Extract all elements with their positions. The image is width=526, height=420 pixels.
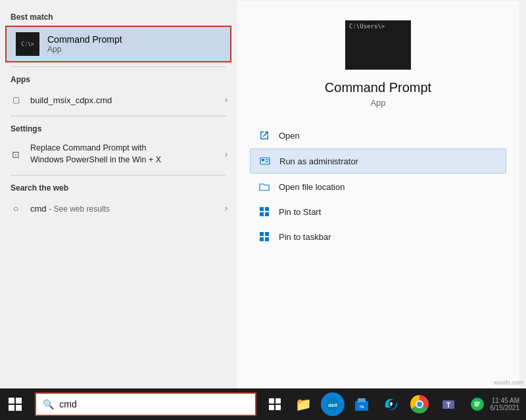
spotify-button[interactable]: [464, 391, 490, 417]
action-pin-to-start[interactable]: Pin to Start: [250, 200, 506, 223]
store-button[interactable]: 🛍: [348, 391, 375, 417]
taskbar-search[interactable]: 🔍 cmd: [35, 392, 256, 416]
search-web-label: Search the web: [0, 178, 237, 195]
action-open-label: Open: [279, 131, 300, 141]
watermark: wsxdn.com: [494, 379, 523, 386]
chrome-button[interactable]: [406, 391, 433, 417]
chevron-icon-2: ›: [225, 150, 227, 159]
svg-rect-5: [265, 207, 269, 211]
app-item-build-msix-label: build_msix_cdpx.cmd: [30, 95, 225, 105]
chevron-icon-1: ›: [225, 95, 227, 105]
task-view-button[interactable]: [262, 391, 288, 417]
best-match-item[interactable]: Command Prompt App: [5, 26, 231, 62]
folder-icon: 📁: [295, 396, 312, 412]
dell-button[interactable]: dell: [320, 391, 346, 417]
svg-text:dell: dell: [328, 402, 337, 408]
file-explorer-button[interactable]: 📁: [291, 391, 317, 417]
svg-text:T: T: [446, 402, 450, 409]
edge-button[interactable]: [377, 391, 404, 417]
app-item-build-msix[interactable]: build_msix_cdpx.cmd ›: [0, 87, 237, 113]
divider-1: [11, 66, 226, 67]
right-panel: Command Prompt App Open: [237, 1, 519, 388]
svg-rect-7: [265, 212, 269, 216]
windows-logo-icon: [9, 398, 22, 411]
svg-rect-8: [260, 232, 264, 236]
cmd-app-icon: [16, 32, 39, 56]
taskbar: 🔍 cmd 📁 dell: [0, 388, 526, 420]
clock: 11:45 AM 6/15/2021: [490, 397, 524, 411]
taskbar-right: 11:45 AM 6/15/2021: [490, 397, 527, 411]
search-web-item-label: cmd - See web results: [30, 204, 225, 214]
cmd-preview-icon: [345, 20, 411, 70]
teams-button[interactable]: T: [435, 391, 462, 417]
best-match-app-type: App: [47, 45, 122, 54]
svg-rect-13: [275, 398, 281, 404]
action-open-file-location-label: Open file location: [279, 182, 345, 192]
settings-item-label: Replace Command Prompt withWindows Power…: [30, 143, 225, 166]
svg-rect-9: [265, 232, 269, 236]
svg-rect-12: [269, 398, 274, 404]
search-query-text: cmd: [59, 399, 76, 409]
svg-rect-15: [275, 405, 281, 410]
dell-icon: dell: [321, 392, 345, 416]
action-pin-to-start-label: Pin to Start: [279, 207, 321, 217]
pin-taskbar-icon: [258, 230, 271, 243]
divider-3: [11, 175, 226, 175]
open-icon: [258, 129, 271, 142]
file-location-icon: [258, 180, 271, 193]
svg-rect-11: [265, 237, 269, 241]
laptop-icon: [9, 148, 22, 161]
taskbar-icons: 📁 dell 🛍: [262, 391, 490, 417]
action-open[interactable]: Open: [250, 124, 506, 147]
search-web-icon: [9, 202, 22, 215]
search-web-suffix: - See web results: [49, 204, 110, 214]
action-run-as-admin[interactable]: Run as administrator: [250, 149, 506, 174]
svg-rect-1: [262, 159, 264, 161]
cmd-file-icon: [9, 93, 22, 106]
search-icon: 🔍: [43, 399, 54, 409]
chrome-inner: [416, 400, 423, 408]
best-match-app-name: Command Prompt: [47, 34, 122, 45]
svg-rect-19: [358, 398, 366, 402]
action-run-as-admin-label: Run as administrator: [279, 156, 358, 166]
apps-label: Apps: [0, 70, 237, 87]
action-list: Open Run as administrator: [250, 124, 506, 248]
svg-text:🛍: 🛍: [359, 404, 364, 409]
right-panel-app-subtitle: App: [370, 98, 385, 108]
action-pin-to-taskbar[interactable]: Pin to taskbar: [250, 225, 506, 248]
action-pin-to-taskbar-label: Pin to taskbar: [279, 232, 331, 242]
pin-start-icon: [258, 205, 271, 218]
settings-item-powershell[interactable]: Replace Command Prompt withWindows Power…: [0, 136, 237, 172]
chrome-icon: [410, 395, 429, 413]
admin-icon: [258, 154, 272, 168]
svg-rect-6: [260, 212, 264, 216]
svg-rect-4: [260, 207, 264, 211]
action-open-file-location[interactable]: Open file location: [250, 175, 506, 198]
left-panel: Best match Command Prompt App Apps build…: [0, 1, 237, 388]
best-match-info: Command Prompt App: [47, 34, 122, 54]
start-button[interactable]: [0, 388, 30, 420]
chevron-icon-3: ›: [225, 204, 227, 213]
svg-rect-14: [269, 405, 274, 410]
svg-rect-10: [260, 237, 264, 241]
search-web-item-cmd[interactable]: cmd - See web results ›: [0, 195, 237, 222]
settings-label: Settings: [0, 119, 237, 136]
right-panel-app-title: Command Prompt: [325, 80, 431, 95]
search-web-query: cmd: [30, 204, 47, 214]
divider-2: [11, 116, 226, 116]
best-match-label: Best match: [0, 7, 237, 24]
start-menu: Best match Command Prompt App Apps build…: [0, 1, 519, 388]
